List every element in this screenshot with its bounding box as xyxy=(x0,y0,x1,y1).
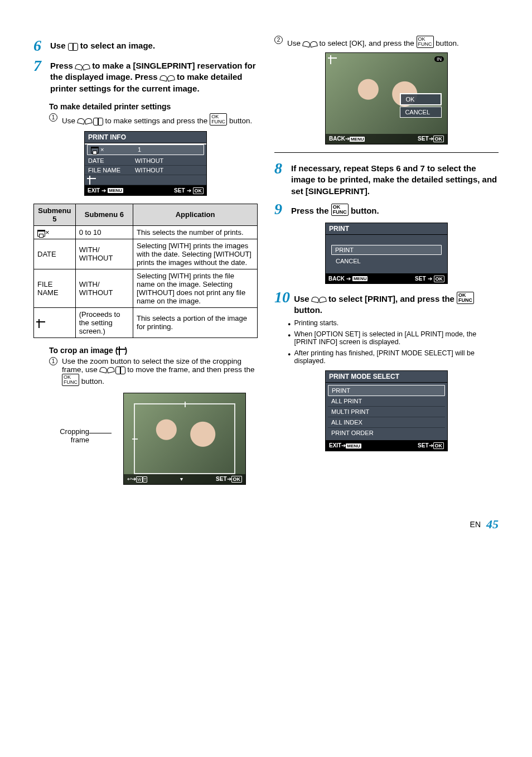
footer-lang: EN xyxy=(470,520,481,529)
crop-icon xyxy=(88,177,95,184)
settings-th-2: Submenu 6 xyxy=(75,204,133,225)
step-9-number: 9 xyxy=(274,201,287,217)
left-column: 6 Use to select an image. 7 Press to mak… xyxy=(33,33,258,489)
lcd-row-copies-value: 1 xyxy=(138,146,141,153)
page-footer: EN 45 xyxy=(0,512,532,548)
step-10: 10 Use to select [PRINT], and press the … xyxy=(274,290,499,316)
dpad-down-icon: ▾ xyxy=(180,476,183,482)
lcd-print-info-title: PRINT INFO xyxy=(85,132,206,143)
dpad-up-icon xyxy=(160,75,175,81)
print-icon xyxy=(91,147,99,153)
lcd-crop-preview: ↩➔WT ▾ SET➔OK xyxy=(123,393,246,485)
pms-row-print-order[interactable]: PRINT ORDER xyxy=(328,428,445,438)
crop-frame-overlay[interactable] xyxy=(134,403,235,474)
list-item: Printing starts. xyxy=(288,319,499,327)
table-row: FILE NAME WITH/ WITHOUT Selecting [WITH]… xyxy=(34,269,258,307)
settings-table: Submenu 5 Submenu 6 Application × 0 to 1… xyxy=(33,204,258,338)
step-10-number: 10 xyxy=(274,290,289,305)
step-7-number: 7 xyxy=(33,58,46,74)
lcd-print-info-bar: EXIT➔MENU SET➔OK xyxy=(84,186,207,196)
ok-func-button-icon: OKFUNC xyxy=(331,204,349,216)
pms-row-multi-print[interactable]: MULTI PRINT xyxy=(328,407,445,417)
in-badge: IN xyxy=(434,56,444,62)
step-9: 9 Press the OKFUNC button. xyxy=(274,201,499,217)
option-cancel[interactable]: CANCEL xyxy=(400,107,442,118)
list-item: When [OPTION SET] is selected in [ALL PR… xyxy=(288,330,499,346)
table-row: × 0 to 10 This selects the number of pri… xyxy=(34,225,258,239)
return-icon: ↩ xyxy=(127,476,132,482)
lcd-ok-cancel-preview: IN OK CANCEL BACK➔MENU SET➔OK xyxy=(325,52,448,144)
circle-1-icon: 1 xyxy=(49,113,57,122)
ok-func-button-icon: OKFUNC xyxy=(417,36,434,48)
lcd-print-info: PRINT INFO × 1 DATE WITHOUT FILE NAME WI… xyxy=(84,131,207,196)
ok-tag-icon: OK xyxy=(193,187,204,194)
crop-bar-left: ↩➔WT xyxy=(127,476,147,483)
print-icon xyxy=(37,230,45,237)
print-option-print[interactable]: PRINT xyxy=(331,245,442,255)
crop-icon xyxy=(329,56,336,63)
crop-frame-label: Cropping frame xyxy=(50,388,89,444)
crop-icon xyxy=(37,320,44,327)
option-ok[interactable]: OK xyxy=(400,93,442,105)
lcd-row-filename[interactable]: FILE NAME WITHOUT xyxy=(85,166,206,175)
dpad-up-down-icon xyxy=(303,41,317,47)
table-row: DATE WITH/ WITHOUT Selecting [WITH] prin… xyxy=(34,239,258,269)
lcd-row-date[interactable]: DATE WITHOUT xyxy=(85,156,206,166)
menu-tag-icon: MENU xyxy=(108,188,123,193)
pms-row-all-index[interactable]: ALL INDEX xyxy=(328,417,445,428)
pms-row-print[interactable]: PRINT xyxy=(328,385,445,396)
ok-func-button-icon: OKFUNC xyxy=(457,292,474,304)
settings-th-1: Submenu 5 xyxy=(34,204,76,225)
print-option-cancel[interactable]: CANCEL xyxy=(331,257,442,266)
pointer-connector-icon xyxy=(89,388,112,436)
step-8: 8 If necessary, repeat Steps 6 and 7 to … xyxy=(274,161,499,197)
step-7-text: Press to make a [SINGLEPRINT] reservatio… xyxy=(50,58,258,94)
list-item: After printing has finished, [PRINT MODE… xyxy=(288,349,499,365)
step-8-text: If necessary, repeat Steps 6 and 7 to se… xyxy=(291,161,499,197)
detailed-settings-line: 1 Use to make settings and press the OKF… xyxy=(49,113,258,126)
crop-figure: Cropping frame ↩➔WT ▾ SET➔OK xyxy=(50,388,258,489)
crop-bar-right: SET➔OK xyxy=(216,476,242,483)
right-column: 2 Use to select [OK], and press the OKFU… xyxy=(274,33,499,489)
dpad-down-icon xyxy=(75,64,90,70)
separator xyxy=(274,152,499,153)
step-6-number: 6 xyxy=(33,38,46,54)
crop-icon xyxy=(118,348,124,354)
lcd-print: PRINT PRINT CANCEL BACK➔MENU SET➔OK xyxy=(325,223,448,284)
step-10-bullets: Printing starts. When [OPTION SET] is se… xyxy=(288,319,499,365)
step-9-text: Press the OKFUNC button. xyxy=(291,201,379,216)
lcd-row-copies[interactable]: × 1 xyxy=(87,144,204,155)
pms-title: PRINT MODE SELECT xyxy=(325,370,448,382)
step-7: 7 Press to make a [SINGLEPRINT] reservat… xyxy=(33,58,258,94)
ok-func-button-icon: OKFUNC xyxy=(62,374,79,386)
detailed-settings-subhead: To make detailed printer settings xyxy=(49,102,258,111)
lcd-row-crop[interactable] xyxy=(85,175,206,185)
footer-page-number: 45 xyxy=(486,517,499,532)
step-10-text: Use to select [PRINT], and press the OKF… xyxy=(294,290,499,316)
crop-subhead: To crop an image () xyxy=(49,346,258,355)
circle-1-icon: 1 xyxy=(49,357,57,365)
crop-instruction: 1 Use the zoom button to select the size… xyxy=(49,357,258,386)
dpad-left-right-icon xyxy=(68,43,78,50)
step-6-text: Use to select an image. xyxy=(50,38,155,51)
step-8-number: 8 xyxy=(274,161,287,176)
table-row: (Proceeds to the setting screen.) This s… xyxy=(34,307,258,337)
circle-2-icon: 2 xyxy=(274,36,283,44)
ok-select-line: 2 Use to select [OK], and press the OKFU… xyxy=(274,36,499,48)
lcd-print-mode-select: PRINT MODE SELECT PRINT ALL PRINT MULTI … xyxy=(325,370,448,451)
dpad-4way-icon xyxy=(100,367,125,373)
lcd-print-title: PRINT xyxy=(326,223,447,235)
settings-th-3: Application xyxy=(133,204,258,225)
pms-row-all-print[interactable]: ALL PRINT xyxy=(328,396,445,407)
ok-func-button-icon: OKFUNC xyxy=(210,113,227,126)
step-6: 6 Use to select an image. xyxy=(33,38,258,54)
dpad-4way-icon xyxy=(78,118,103,124)
dpad-up-down-icon xyxy=(312,296,326,302)
